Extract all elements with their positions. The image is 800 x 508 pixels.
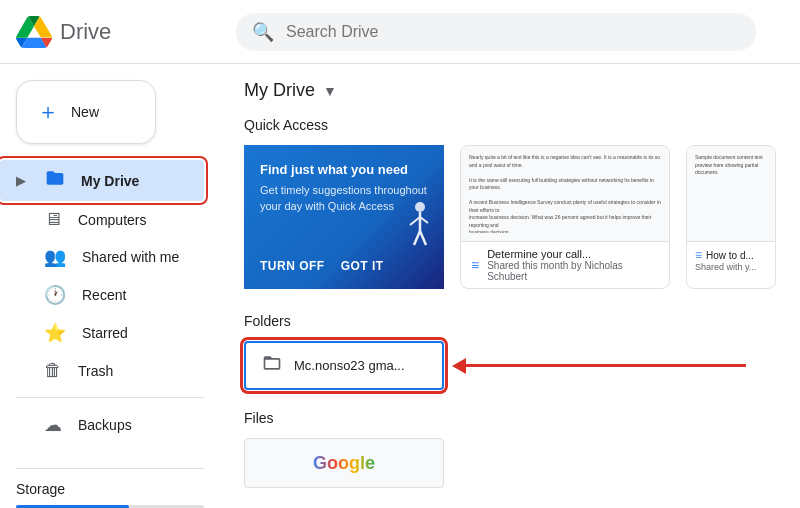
folder-icon bbox=[262, 353, 282, 378]
doc-card-1-shared: Shared this month by Nicholas Schubert bbox=[487, 260, 659, 282]
chevron-down-icon[interactable]: ▼ bbox=[323, 83, 337, 99]
search-input[interactable] bbox=[286, 23, 740, 41]
body: ＋ New ▶ My Drive 🖥 Computers 👥 Shared wi… bbox=[0, 64, 800, 508]
doc-card-1[interactable]: Nearly quite a bit of text like this is … bbox=[460, 145, 670, 289]
search-icon: 🔍 bbox=[252, 21, 274, 43]
arrow-line bbox=[466, 364, 746, 367]
folder-item[interactable]: Mc.nonso23 gma... bbox=[244, 341, 444, 390]
doc-card-2-footer: ≡ How to d... Shared with y... bbox=[687, 241, 775, 278]
svg-line-2 bbox=[410, 217, 420, 225]
header: Drive 🔍 bbox=[0, 0, 800, 64]
promo-actions: TURN OFF GOT IT bbox=[260, 259, 428, 273]
expand-icon: ▶ bbox=[16, 174, 25, 188]
arrow-head-icon bbox=[452, 358, 466, 374]
my-drive-icon bbox=[45, 168, 65, 193]
folder-name: Mc.nonso23 gma... bbox=[294, 358, 405, 373]
doc-card-1-preview: Nearly quite a bit of text like this is … bbox=[461, 146, 669, 241]
search-bar[interactable]: 🔍 bbox=[236, 13, 756, 51]
promo-title: Find just what you need bbox=[260, 161, 428, 179]
starred-icon: ⭐ bbox=[44, 322, 66, 344]
doc-card-2-preview: Sample document content text preview her… bbox=[687, 146, 775, 241]
storage-section: Storage 905.8 MB of 15 GB used UPGRADE S… bbox=[0, 452, 220, 508]
trash-icon: 🗑 bbox=[44, 360, 62, 381]
computers-icon: 🖥 bbox=[44, 209, 62, 230]
doc-icon-1: ≡ bbox=[471, 257, 479, 273]
sidebar-item-starred[interactable]: ⭐ Starred bbox=[0, 314, 204, 352]
svg-line-5 bbox=[420, 231, 426, 245]
sidebar-item-trash-label: Trash bbox=[78, 363, 113, 379]
doc-card-1-footer: ≡ Determine your call... Shared this mon… bbox=[461, 241, 669, 288]
doc-card-1-name: Determine your call... bbox=[487, 248, 659, 260]
backups-icon: ☁ bbox=[44, 414, 62, 436]
sidebar-item-recent[interactable]: 🕐 Recent bbox=[0, 276, 204, 314]
quick-access-grid: Find just what you need Get timely sugge… bbox=[244, 145, 776, 289]
sidebar-item-backups-label: Backups bbox=[78, 417, 132, 433]
recent-icon: 🕐 bbox=[44, 284, 66, 306]
sidebar-item-recent-label: Recent bbox=[82, 287, 126, 303]
doc-card-2[interactable]: Sample document content text preview her… bbox=[686, 145, 776, 289]
sidebar-item-trash[interactable]: 🗑 Trash bbox=[0, 352, 204, 389]
folder-arrow-row: Mc.nonso23 gma... bbox=[244, 341, 776, 390]
sidebar-item-my-drive-label: My Drive bbox=[81, 173, 139, 189]
svg-line-4 bbox=[414, 231, 420, 245]
plus-icon: ＋ bbox=[37, 97, 59, 127]
shared-icon: 👥 bbox=[44, 246, 66, 268]
doc-icon-2: ≡ bbox=[695, 248, 702, 262]
turn-off-button[interactable]: TURN OFF bbox=[260, 259, 325, 273]
quick-access-label: Quick Access bbox=[244, 117, 776, 133]
app-title: Drive bbox=[60, 19, 111, 45]
sidebar-item-shared-label: Shared with me bbox=[82, 249, 179, 265]
files-section: Files Google bbox=[244, 410, 776, 488]
sidebar-item-my-drive[interactable]: ▶ My Drive bbox=[0, 160, 204, 201]
files-preview: Google bbox=[244, 438, 444, 488]
new-button[interactable]: ＋ New bbox=[16, 80, 156, 144]
drive-logo-icon bbox=[16, 14, 52, 50]
doc-card-2-shared: Shared with y... bbox=[695, 262, 767, 272]
main-title-row: My Drive ▼ bbox=[244, 80, 776, 101]
doc-card-2-name: How to d... bbox=[706, 250, 754, 261]
logo-area: Drive bbox=[16, 14, 236, 50]
svg-point-0 bbox=[415, 202, 425, 212]
files-label: Files bbox=[244, 410, 776, 426]
google-logo-text: Google bbox=[313, 453, 375, 474]
sidebar-item-starred-label: Starred bbox=[82, 325, 128, 341]
promo-figure-icon bbox=[392, 199, 432, 259]
sidebar-item-backups[interactable]: ☁ Backups bbox=[0, 406, 204, 444]
sidebar-item-computers[interactable]: 🖥 Computers bbox=[0, 201, 204, 238]
new-button-label: New bbox=[71, 104, 99, 120]
folders-section: Folders Mc.nonso23 gma... bbox=[244, 313, 776, 390]
main-content: My Drive ▼ Quick Access Find just what y… bbox=[220, 64, 800, 508]
sidebar-item-computers-label: Computers bbox=[78, 212, 146, 228]
sidebar: ＋ New ▶ My Drive 🖥 Computers 👥 Shared wi… bbox=[0, 64, 220, 508]
promo-card: Find just what you need Get timely sugge… bbox=[244, 145, 444, 289]
storage-label: Storage bbox=[16, 481, 204, 497]
sidebar-item-shared[interactable]: 👥 Shared with me bbox=[0, 238, 204, 276]
folders-label: Folders bbox=[244, 313, 776, 329]
red-arrow bbox=[452, 358, 746, 374]
page-title: My Drive bbox=[244, 80, 315, 101]
got-it-button[interactable]: GOT IT bbox=[341, 259, 384, 273]
